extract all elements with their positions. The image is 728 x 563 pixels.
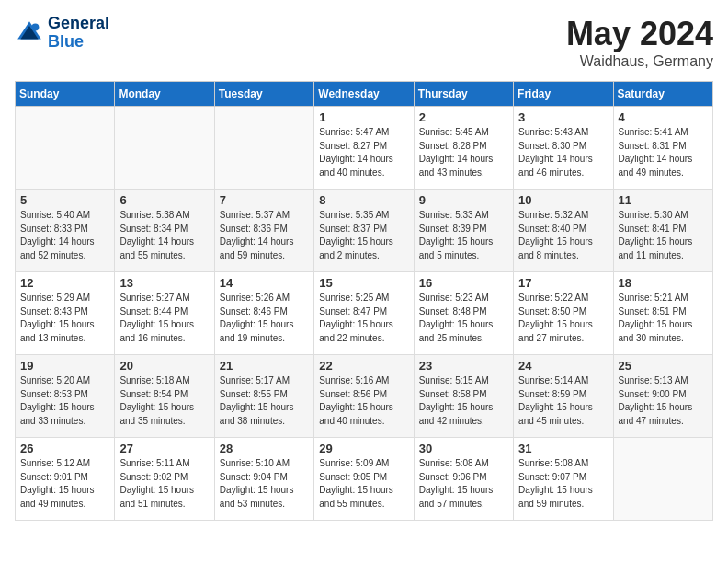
- day-info: Sunrise: 5:33 AM Sunset: 8:39 PM Dayligh…: [419, 209, 508, 262]
- day-info: Sunrise: 5:16 AM Sunset: 8:56 PM Dayligh…: [319, 374, 408, 428]
- day-info: Sunrise: 5:26 AM Sunset: 8:46 PM Dayligh…: [220, 292, 309, 345]
- calendar-cell: 9 Sunrise: 5:33 AM Sunset: 8:39 PM Dayli…: [414, 190, 513, 272]
- day-number: 14: [220, 276, 309, 290]
- calendar-cell: 22 Sunrise: 5:16 AM Sunset: 8:56 PM Dayl…: [314, 355, 414, 438]
- day-info: Sunrise: 5:38 AM Sunset: 8:34 PM Dayligh…: [119, 209, 209, 262]
- calendar-cell: 30 Sunrise: 5:08 AM Sunset: 9:06 PM Dayl…: [414, 438, 513, 521]
- day-number: 7: [220, 193, 309, 207]
- calendar-cell: 4 Sunrise: 5:41 AM Sunset: 8:31 PM Dayli…: [613, 107, 712, 190]
- calendar-cell: 21 Sunrise: 5:17 AM Sunset: 8:55 PM Dayl…: [214, 355, 313, 438]
- day-number: 10: [518, 193, 608, 207]
- day-number: 1: [319, 110, 408, 124]
- calendar-cell: [214, 107, 313, 190]
- calendar-cell: [613, 438, 712, 521]
- day-info: Sunrise: 5:27 AM Sunset: 8:44 PM Dayligh…: [119, 292, 209, 345]
- weekday-header: Wednesday: [314, 82, 414, 107]
- day-info: Sunrise: 5:35 AM Sunset: 8:37 PM Dayligh…: [319, 209, 408, 262]
- day-number: 23: [419, 359, 508, 373]
- weekday-header: Thursday: [414, 82, 513, 107]
- day-number: 24: [518, 359, 608, 373]
- day-number: 20: [119, 359, 209, 373]
- day-info: Sunrise: 5:23 AM Sunset: 8:48 PM Dayligh…: [419, 292, 508, 345]
- day-number: 30: [419, 442, 508, 455]
- day-number: 29: [319, 442, 408, 455]
- day-info: Sunrise: 5:30 AM Sunset: 8:41 PM Dayligh…: [619, 209, 708, 262]
- calendar-week-row: 1 Sunrise: 5:47 AM Sunset: 8:27 PM Dayli…: [16, 107, 713, 190]
- page-header: General Blue May 2024 Waidhaus, Germany: [15, 15, 713, 70]
- calendar-week-row: 12 Sunrise: 5:29 AM Sunset: 8:43 PM Dayl…: [16, 272, 713, 355]
- calendar-cell: 1 Sunrise: 5:47 AM Sunset: 8:27 PM Dayli…: [314, 107, 414, 190]
- weekday-header: Friday: [514, 82, 613, 107]
- day-number: 9: [419, 193, 508, 207]
- day-info: Sunrise: 5:45 AM Sunset: 8:28 PM Dayligh…: [419, 126, 508, 179]
- day-number: 12: [20, 276, 109, 290]
- day-info: Sunrise: 5:47 AM Sunset: 8:27 PM Dayligh…: [319, 126, 408, 179]
- day-number: 13: [119, 276, 209, 290]
- calendar-cell: 16 Sunrise: 5:23 AM Sunset: 8:48 PM Dayl…: [414, 272, 513, 355]
- day-number: 2: [419, 110, 508, 124]
- calendar-cell: 28 Sunrise: 5:10 AM Sunset: 9:04 PM Dayl…: [214, 438, 313, 521]
- day-info: Sunrise: 5:18 AM Sunset: 8:54 PM Dayligh…: [119, 374, 209, 428]
- title-block: May 2024 Waidhaus, Germany: [566, 15, 713, 70]
- calendar-cell: 8 Sunrise: 5:35 AM Sunset: 8:37 PM Dayli…: [314, 190, 414, 272]
- calendar-cell: 2 Sunrise: 5:45 AM Sunset: 8:28 PM Dayli…: [414, 107, 513, 190]
- calendar-cell: 31 Sunrise: 5:08 AM Sunset: 9:07 PM Dayl…: [514, 438, 613, 521]
- calendar-cell: 3 Sunrise: 5:43 AM Sunset: 8:30 PM Dayli…: [514, 107, 613, 190]
- calendar-cell: 18 Sunrise: 5:21 AM Sunset: 8:51 PM Dayl…: [613, 272, 712, 355]
- day-info: Sunrise: 5:20 AM Sunset: 8:53 PM Dayligh…: [20, 374, 109, 428]
- day-info: Sunrise: 5:37 AM Sunset: 8:36 PM Dayligh…: [220, 209, 309, 262]
- calendar-cell: 17 Sunrise: 5:22 AM Sunset: 8:50 PM Dayl…: [514, 272, 613, 355]
- calendar-cell: 7 Sunrise: 5:37 AM Sunset: 8:36 PM Dayli…: [214, 190, 313, 272]
- day-info: Sunrise: 5:40 AM Sunset: 8:33 PM Dayligh…: [20, 209, 109, 262]
- day-info: Sunrise: 5:21 AM Sunset: 8:51 PM Dayligh…: [619, 292, 708, 345]
- logo-text: General Blue: [48, 15, 109, 52]
- day-number: 16: [419, 276, 508, 290]
- day-info: Sunrise: 5:25 AM Sunset: 8:47 PM Dayligh…: [319, 292, 408, 345]
- weekday-header: Saturday: [613, 82, 712, 107]
- day-info: Sunrise: 5:14 AM Sunset: 8:59 PM Dayligh…: [518, 374, 608, 428]
- day-number: 3: [518, 110, 608, 124]
- day-number: 8: [319, 193, 408, 207]
- calendar-cell: 24 Sunrise: 5:14 AM Sunset: 8:59 PM Dayl…: [514, 355, 613, 438]
- day-info: Sunrise: 5:43 AM Sunset: 8:30 PM Dayligh…: [518, 126, 608, 179]
- calendar-cell: 20 Sunrise: 5:18 AM Sunset: 8:54 PM Dayl…: [115, 355, 214, 438]
- day-number: 28: [220, 442, 309, 455]
- day-number: 17: [518, 276, 608, 290]
- day-info: Sunrise: 5:32 AM Sunset: 8:40 PM Dayligh…: [518, 209, 608, 262]
- day-number: 21: [220, 359, 309, 373]
- day-info: Sunrise: 5:08 AM Sunset: 9:06 PM Dayligh…: [419, 457, 508, 511]
- day-number: 6: [119, 193, 209, 207]
- calendar-cell: [16, 107, 115, 190]
- calendar-cell: 25 Sunrise: 5:13 AM Sunset: 9:00 PM Dayl…: [613, 355, 712, 438]
- calendar-cell: 15 Sunrise: 5:25 AM Sunset: 8:47 PM Dayl…: [314, 272, 414, 355]
- logo-icon: [15, 18, 44, 48]
- weekday-header: Sunday: [16, 82, 115, 107]
- day-number: 25: [619, 359, 708, 373]
- location-title: Waidhaus, Germany: [566, 53, 713, 70]
- calendar-cell: 11 Sunrise: 5:30 AM Sunset: 8:41 PM Dayl…: [613, 190, 712, 272]
- day-number: 26: [20, 442, 109, 455]
- day-info: Sunrise: 5:11 AM Sunset: 9:02 PM Dayligh…: [119, 457, 209, 511]
- day-number: 11: [619, 193, 708, 207]
- calendar-cell: 5 Sunrise: 5:40 AM Sunset: 8:33 PM Dayli…: [16, 190, 115, 272]
- calendar-cell: 10 Sunrise: 5:32 AM Sunset: 8:40 PM Dayl…: [514, 190, 613, 272]
- day-number: 5: [20, 193, 109, 207]
- calendar-table: SundayMondayTuesdayWednesdayThursdayFrid…: [15, 81, 713, 521]
- svg-point-2: [31, 23, 39, 30]
- weekday-header-row: SundayMondayTuesdayWednesdayThursdayFrid…: [16, 82, 713, 107]
- day-info: Sunrise: 5:22 AM Sunset: 8:50 PM Dayligh…: [518, 292, 608, 345]
- calendar-cell: 19 Sunrise: 5:20 AM Sunset: 8:53 PM Dayl…: [16, 355, 115, 438]
- day-number: 15: [319, 276, 408, 290]
- day-info: Sunrise: 5:17 AM Sunset: 8:55 PM Dayligh…: [220, 374, 309, 428]
- calendar-week-row: 19 Sunrise: 5:20 AM Sunset: 8:53 PM Dayl…: [16, 355, 713, 438]
- day-number: 22: [319, 359, 408, 373]
- day-number: 19: [20, 359, 109, 373]
- calendar-cell: 13 Sunrise: 5:27 AM Sunset: 8:44 PM Dayl…: [115, 272, 214, 355]
- day-number: 31: [518, 442, 608, 455]
- day-number: 27: [119, 442, 209, 455]
- calendar-cell: [115, 107, 214, 190]
- day-info: Sunrise: 5:41 AM Sunset: 8:31 PM Dayligh…: [619, 126, 708, 179]
- day-info: Sunrise: 5:09 AM Sunset: 9:05 PM Dayligh…: [319, 457, 408, 511]
- calendar-cell: 27 Sunrise: 5:11 AM Sunset: 9:02 PM Dayl…: [115, 438, 214, 521]
- day-info: Sunrise: 5:29 AM Sunset: 8:43 PM Dayligh…: [20, 292, 109, 345]
